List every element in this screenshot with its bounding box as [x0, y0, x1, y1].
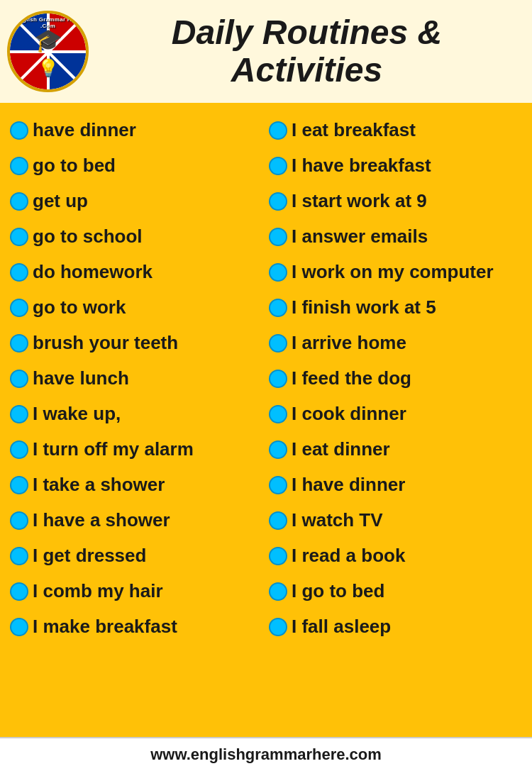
- list-item: I feed the dog: [266, 362, 525, 396]
- list-item: I fall asleep: [266, 610, 525, 644]
- logo: 🎓 💡 English Grammar Here .Com: [7, 11, 89, 92]
- list-item: go to school: [7, 220, 266, 254]
- content-area: have dinner go to bed get up go to schoo…: [0, 103, 532, 737]
- list-item: I start work at 9: [266, 184, 525, 218]
- item-label: I turn off my alarm: [33, 438, 194, 460]
- bullet-icon: [270, 158, 286, 174]
- header: 🎓 💡 English Grammar Here .Com Daily Rout…: [0, 0, 532, 103]
- bullet-icon: [270, 194, 286, 209]
- bullet-icon: [270, 513, 286, 528]
- item-label: I feed the dog: [292, 367, 411, 389]
- list-item: I watch TV: [266, 504, 525, 538]
- item-label: do homework: [33, 261, 153, 283]
- list-item: get up: [7, 184, 266, 218]
- bullet-icon: [270, 406, 286, 422]
- item-label: get up: [33, 190, 88, 212]
- bullet-icon: [11, 477, 27, 493]
- item-label: I eat breakfast: [292, 119, 416, 141]
- bullet-icon: [11, 371, 27, 387]
- left-column: have dinner go to bed get up go to schoo…: [7, 113, 266, 730]
- bullet-icon: [270, 123, 286, 138]
- item-label: I have a shower: [33, 509, 170, 531]
- list-item: I wake up,: [7, 397, 266, 431]
- list-item: I get dressed: [7, 539, 266, 573]
- item-label: have dinner: [33, 119, 136, 141]
- list-item: go to bed: [7, 149, 266, 183]
- bullet-icon: [11, 335, 27, 351]
- list-item: brush your teeth: [7, 326, 266, 360]
- item-label: I fall asleep: [292, 616, 391, 638]
- list-item: I arrive home: [266, 326, 525, 360]
- bullet-icon: [11, 300, 27, 316]
- item-label: brush your teeth: [33, 332, 178, 354]
- footer: www.englishgrammarhere.com: [0, 737, 532, 771]
- bullet-icon: [270, 371, 286, 387]
- bullet-icon: [270, 335, 286, 351]
- list-item: I have breakfast: [266, 149, 525, 183]
- list-item: go to work: [7, 291, 266, 325]
- list-item: I eat dinner: [266, 433, 525, 467]
- bullet-icon: [11, 406, 27, 422]
- bullet-icon: [11, 194, 27, 209]
- bullet-icon: [11, 619, 27, 635]
- bullet-icon: [270, 265, 286, 280]
- bullet-icon: [11, 442, 27, 457]
- page-title: Daily Routines & Activities: [96, 14, 518, 89]
- item-label: go to work: [33, 296, 126, 318]
- list-item: I cook dinner: [266, 397, 525, 431]
- item-label: I finish work at 5: [292, 296, 436, 318]
- bullet-icon: [270, 229, 286, 245]
- bullet-icon: [270, 300, 286, 316]
- bullet-icon: [270, 619, 286, 635]
- bullet-icon: [11, 229, 27, 245]
- item-label: I eat dinner: [292, 438, 390, 460]
- item-label: I take a shower: [33, 474, 165, 496]
- item-label: I cook dinner: [292, 403, 406, 425]
- bullet-icon: [270, 477, 286, 493]
- item-label: I make breakfast: [33, 616, 177, 638]
- list-item: I read a book: [266, 539, 525, 573]
- list-item: I have dinner: [266, 468, 525, 502]
- bullet-icon: [11, 158, 27, 174]
- item-label: I have breakfast: [292, 155, 431, 177]
- item-label: I comb my hair: [33, 580, 163, 602]
- bullet-icon: [11, 513, 27, 528]
- item-label: have lunch: [33, 367, 129, 389]
- bullet-icon: [11, 548, 27, 564]
- item-label: go to school: [33, 226, 143, 248]
- footer-url: www.englishgrammarhere.com: [150, 745, 382, 763]
- bullet-icon: [270, 548, 286, 564]
- item-label: I start work at 9: [292, 190, 427, 212]
- list-item: I eat breakfast: [266, 113, 525, 148]
- item-label: I answer emails: [292, 226, 428, 248]
- item-label: I wake up,: [33, 403, 121, 425]
- bullet-icon: [270, 584, 286, 599]
- list-item: I go to bed: [266, 575, 525, 609]
- list-item: have lunch: [7, 362, 266, 396]
- list-item: I turn off my alarm: [7, 433, 266, 467]
- list-item: I finish work at 5: [266, 291, 525, 325]
- list-item: I take a shower: [7, 468, 266, 502]
- item-label: go to bed: [33, 155, 116, 177]
- item-label: I work on my computer: [292, 261, 494, 283]
- list-item: I make breakfast: [7, 610, 266, 644]
- item-label: I read a book: [292, 545, 405, 567]
- list-item: do homework: [7, 255, 266, 289]
- item-label: I have dinner: [292, 474, 405, 496]
- list-item: I have a shower: [7, 504, 266, 538]
- list-item: I work on my computer: [266, 255, 525, 289]
- item-label: I watch TV: [292, 509, 383, 531]
- list-item: I answer emails: [266, 220, 525, 254]
- item-label: I get dressed: [33, 545, 146, 567]
- item-label: I arrive home: [292, 332, 406, 354]
- item-label: I go to bed: [292, 580, 384, 602]
- logo-top-text: English Grammar Here .Com: [10, 16, 86, 29]
- bullet-icon: [11, 123, 27, 138]
- right-column: I eat breakfast I have breakfast I start…: [266, 113, 525, 730]
- bullet-icon: [270, 442, 286, 457]
- bullet-icon: [11, 265, 27, 280]
- bullet-icon: [11, 584, 27, 599]
- list-item: have dinner: [7, 113, 266, 148]
- list-item: I comb my hair: [7, 575, 266, 609]
